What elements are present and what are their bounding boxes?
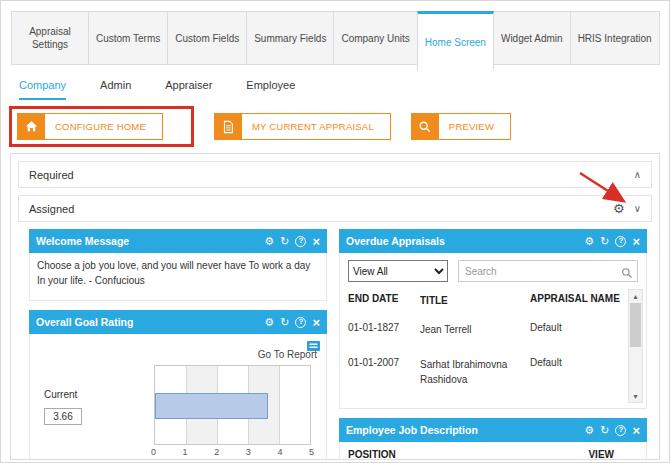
required-section-label: Required	[29, 169, 74, 181]
configure-home-button[interactable]: CONFIGURE HOME	[17, 113, 163, 140]
x-tick: 0	[151, 447, 156, 457]
col-view: VIEW	[588, 449, 614, 460]
table-header-row: END DATE TITLE APPRAISAL NAME	[348, 289, 624, 317]
welcome-message-widget: Welcome Message ⚙ ↻ ? × Choose a job you…	[29, 229, 327, 301]
role-subtabs: Company Admin Appraiser Employee	[19, 79, 669, 100]
search-icon[interactable]	[621, 265, 633, 283]
widget-settings-icon[interactable]: ⚙	[264, 236, 274, 247]
table-row: 01-01-2007 Sarhat Ibrahimovna Rashidova …	[348, 352, 624, 402]
assigned-section-label: Assigned	[29, 203, 74, 215]
home-screen-settings-page: Appraisal Settings Custom Terms Custom F…	[0, 0, 670, 463]
goal-chart-bar	[155, 393, 268, 419]
employee-job-description-widget: Employee Job Description ⚙ ↻ ? × POSITIO…	[339, 418, 647, 460]
assigned-section-header[interactable]: Assigned ⚙ ∨	[18, 195, 652, 222]
search-input[interactable]	[458, 260, 638, 282]
tab-custom-terms[interactable]: Custom Terms	[88, 11, 168, 65]
cell-title: Sarhat Ibrahimovna Rashidova	[420, 357, 530, 387]
table-row: 01-01-1827 Jean Terrell Default	[348, 317, 624, 352]
cell-appraisal-name: Default	[530, 322, 624, 337]
scrollbar-thumb[interactable]	[630, 303, 641, 347]
subtab-employee[interactable]: Employee	[246, 79, 295, 100]
tab-hris-integration[interactable]: HRIS Integration	[570, 11, 660, 65]
my-current-appraisal-label: MY CURRENT APPRAISAL	[252, 121, 374, 132]
widget-close-icon[interactable]: ×	[632, 235, 640, 248]
home-icon	[18, 113, 45, 140]
col-appraisal-name: APPRAISAL NAME	[530, 293, 624, 308]
scroll-up-icon[interactable]: ▲	[632, 290, 639, 302]
my-current-appraisal-button[interactable]: MY CURRENT APPRAISAL	[214, 113, 391, 140]
widget-settings-icon[interactable]: ⚙	[264, 317, 274, 328]
x-tick: 1	[183, 447, 188, 457]
widget-refresh-icon[interactable]: ↻	[600, 236, 609, 247]
collapse-chevron-icon[interactable]: ∧	[634, 170, 641, 180]
welcome-widget-header: Welcome Message ⚙ ↻ ? ×	[29, 229, 327, 253]
widget-title: Welcome Message	[36, 235, 129, 247]
widget-settings-icon[interactable]: ⚙	[584, 425, 594, 436]
view-filter-select[interactable]: View All	[348, 260, 448, 282]
widget-help-icon[interactable]: ?	[295, 317, 306, 328]
subtab-company[interactable]: Company	[19, 79, 66, 100]
widget-help-icon[interactable]: ?	[615, 425, 626, 436]
assigned-settings-gear-icon[interactable]: ⚙	[613, 202, 625, 215]
chart-value-box: 3.66	[44, 408, 82, 425]
annotation-highlight-box: CONFIGURE HOME	[9, 106, 194, 147]
goal-rating-chart: Current 3.66	[36, 365, 320, 445]
scroll-down-icon[interactable]: ▼	[632, 390, 639, 402]
tab-custom-fields[interactable]: Custom Fields	[167, 11, 247, 65]
widget-title: Overall Goal Rating	[36, 316, 133, 328]
cell-appraisal-name: Default	[530, 357, 624, 387]
widgets-area: Welcome Message ⚙ ↻ ? × Choose a job you…	[11, 222, 659, 460]
expand-chevron-icon[interactable]: ∨	[634, 204, 641, 214]
toolbar: CONFIGURE HOME MY CURRENT APPRAISAL PREV…	[9, 106, 669, 147]
subtab-appraiser[interactable]: Appraiser	[165, 79, 212, 100]
chart-menu-icon[interactable]	[307, 337, 320, 348]
widget-close-icon[interactable]: ×	[312, 316, 320, 329]
widget-help-icon[interactable]: ?	[295, 236, 306, 247]
document-icon	[215, 113, 242, 140]
subtab-admin[interactable]: Admin	[100, 79, 131, 100]
tab-widget-admin[interactable]: Widget Admin	[493, 11, 571, 65]
goal-rating-widget-header: Overall Goal Rating ⚙ ↻ ? ×	[29, 310, 327, 334]
tab-home-screen[interactable]: Home Screen	[417, 11, 494, 71]
go-to-report-link[interactable]: Go To Report	[36, 349, 317, 360]
cell-title: Jean Terrell	[420, 322, 530, 337]
widget-refresh-icon[interactable]: ↻	[280, 317, 289, 328]
widget-help-icon[interactable]: ?	[615, 236, 626, 247]
overdue-widget-header: Overdue Appraisals ⚙ ↻ ? ×	[339, 229, 647, 253]
overall-goal-rating-widget: Overall Goal Rating ⚙ ↻ ? ×	[29, 310, 327, 460]
widget-close-icon[interactable]: ×	[632, 424, 640, 437]
widget-refresh-icon[interactable]: ↻	[600, 425, 609, 436]
x-tick: 4	[277, 447, 282, 457]
required-section-header[interactable]: Required ∧	[18, 161, 652, 188]
overdue-appraisals-table: END DATE TITLE APPRAISAL NAME 01-01-1827…	[340, 289, 646, 408]
x-tick: 2	[214, 447, 219, 457]
welcome-message-text: Choose a job you love, and you will neve…	[29, 253, 327, 301]
widget-close-icon[interactable]: ×	[312, 235, 320, 248]
tab-summary-fields[interactable]: Summary Fields	[246, 11, 334, 65]
job-description-widget-header: Employee Job Description ⚙ ↻ ? ×	[339, 418, 647, 442]
home-config-panel: Required ∧ Assigned ⚙ ∨ Welcome Message	[10, 153, 660, 460]
goal-chart-x-axis: 0 1 2 3 4 5	[151, 445, 314, 457]
widget-refresh-icon[interactable]: ↻	[280, 236, 289, 247]
magnifier-icon	[412, 113, 439, 140]
top-tabstrip: Appraisal Settings Custom Terms Custom F…	[11, 11, 659, 65]
col-end-date: END DATE	[348, 293, 420, 308]
chart-category-label: Current	[44, 389, 154, 400]
tab-appraisal-settings[interactable]: Appraisal Settings	[11, 11, 89, 65]
goal-chart-plot-area	[154, 365, 311, 445]
widget-title: Employee Job Description	[346, 424, 478, 436]
x-tick: 3	[246, 447, 251, 457]
configure-home-label: CONFIGURE HOME	[55, 121, 146, 132]
overdue-appraisals-widget: Overdue Appraisals ⚙ ↻ ? × View All	[339, 229, 647, 409]
table-scrollbar[interactable]: ▲ ▼	[628, 289, 643, 403]
widget-title: Overdue Appraisals	[346, 235, 445, 247]
job-table-header-row: POSITION VIEW	[340, 442, 646, 460]
col-title: TITLE	[420, 293, 530, 308]
tab-company-units[interactable]: Company Units	[333, 11, 417, 65]
widget-settings-icon[interactable]: ⚙	[584, 236, 594, 247]
cell-end-date: 01-01-2007	[348, 357, 420, 387]
cell-end-date: 01-01-1827	[348, 322, 420, 337]
preview-button[interactable]: PREVIEW	[411, 113, 511, 140]
x-tick: 5	[309, 447, 314, 457]
preview-label: PREVIEW	[449, 121, 494, 132]
